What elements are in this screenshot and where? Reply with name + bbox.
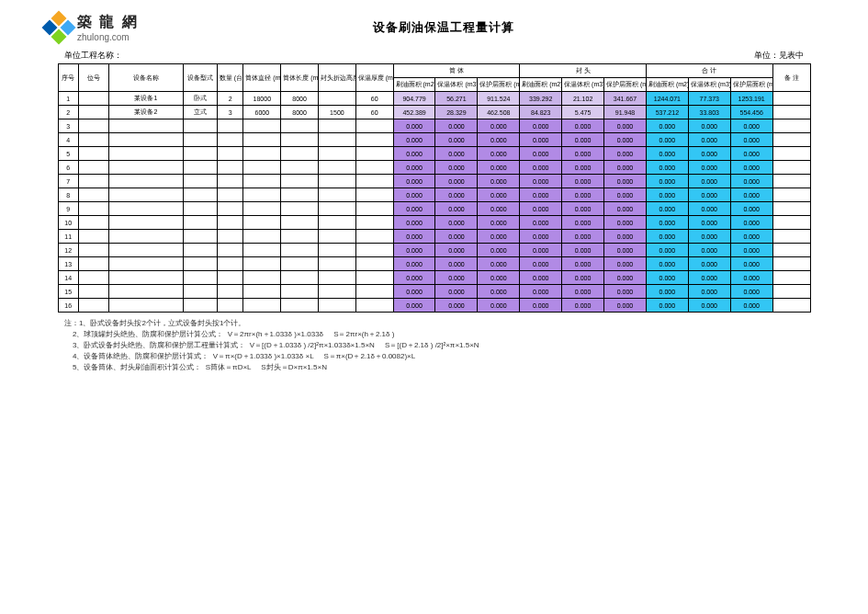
cell: 0.000 — [435, 271, 478, 285]
cell: 0.000 — [435, 147, 478, 161]
cell — [217, 147, 243, 161]
cell: 0.000 — [478, 119, 520, 133]
cell: 0.000 — [435, 257, 478, 271]
cell — [78, 299, 108, 313]
cell: 1253.191 — [730, 92, 772, 106]
cell — [355, 202, 393, 216]
cell: 0.000 — [688, 216, 730, 230]
cell: 0.000 — [688, 285, 730, 299]
cell: 0.000 — [520, 202, 562, 216]
cell: 0.000 — [604, 271, 647, 285]
cell — [319, 133, 356, 147]
cell: 0.000 — [646, 161, 688, 175]
cell — [78, 161, 108, 175]
cell: 0.000 — [604, 230, 647, 244]
cell: 0.000 — [393, 299, 435, 313]
col-type: 设备型式 — [184, 64, 218, 92]
col-flange: 封头折边高度 (mm) — [319, 64, 356, 92]
cell: 0.000 — [478, 175, 520, 188]
cell: 0.000 — [478, 188, 520, 202]
cell — [78, 106, 108, 119]
table-row: 30.0000.0000.0000.0000.0000.0000.0000.00… — [58, 119, 810, 133]
cell — [355, 271, 393, 285]
calc-table: 序号 位号 设备名称 设备型式 数量 (台) 筒体直径 (mm) 筒体长度 (m… — [58, 63, 811, 313]
cell: 0.000 — [520, 119, 562, 133]
cell — [217, 202, 243, 216]
cell: 0.000 — [604, 119, 647, 133]
cell — [78, 230, 108, 244]
col-b1: 刷油面积 (m2) — [393, 78, 435, 92]
cell: 537.212 — [646, 106, 688, 119]
cell — [355, 133, 393, 147]
table-row: 60.0000.0000.0000.0000.0000.0000.0000.00… — [58, 161, 810, 175]
cell — [772, 244, 810, 257]
cell — [281, 188, 319, 202]
cell: 0.000 — [604, 147, 647, 161]
cell — [243, 299, 281, 313]
cell: 0.000 — [688, 175, 730, 188]
col-len: 筒体长度 (mm) — [281, 64, 319, 92]
cell: 60 — [355, 92, 393, 106]
cell — [243, 230, 281, 244]
cell: 7 — [58, 175, 78, 188]
cell: 0.000 — [604, 161, 647, 175]
cell — [772, 133, 810, 147]
logo-cn: 築 龍 網 — [77, 13, 139, 32]
cell — [772, 230, 810, 244]
cell: 0.000 — [646, 216, 688, 230]
cell: 0.000 — [478, 161, 520, 175]
cell: 0.000 — [435, 299, 478, 313]
cell — [319, 271, 356, 285]
cell — [772, 299, 810, 313]
cell: 0.000 — [393, 271, 435, 285]
cell: 0.000 — [688, 202, 730, 216]
cell: 1244.071 — [646, 92, 688, 106]
cell: 0.000 — [520, 188, 562, 202]
cell: 3 — [58, 119, 78, 133]
cell — [243, 188, 281, 202]
cell: 0.000 — [730, 188, 772, 202]
col-dia: 筒体直径 (mm) — [243, 64, 281, 92]
cell — [319, 285, 356, 299]
cell — [217, 188, 243, 202]
cell — [217, 285, 243, 299]
cell: 0.000 — [478, 271, 520, 285]
cell: 911.524 — [478, 92, 520, 106]
cell — [78, 202, 108, 216]
cell: 0.000 — [730, 119, 772, 133]
cell — [355, 244, 393, 257]
cell — [108, 271, 184, 285]
cell: 0.000 — [393, 119, 435, 133]
cell — [281, 285, 319, 299]
note-line: 3、卧式设备封头绝热、防腐和保护层工程量计算式： V＝[(D＋1.033δ ) … — [64, 340, 859, 351]
cell: 21.102 — [562, 92, 604, 106]
cell — [243, 147, 281, 161]
table-row: 120.0000.0000.0000.0000.0000.0000.0000.0… — [58, 244, 810, 257]
cell: 0.000 — [604, 216, 647, 230]
cell — [319, 257, 356, 271]
cell: 16 — [58, 299, 78, 313]
cell: 5.475 — [562, 106, 604, 119]
cell: 14 — [58, 271, 78, 285]
cell: 0.000 — [730, 230, 772, 244]
col-h2: 保温体积 (m3) — [562, 78, 604, 92]
cell: 56.271 — [435, 92, 478, 106]
cell — [217, 161, 243, 175]
cell: 0.000 — [604, 133, 647, 147]
cell: 0.000 — [646, 299, 688, 313]
cell: 0.000 — [478, 202, 520, 216]
col-no: 序号 — [58, 64, 78, 92]
table-head: 序号 位号 设备名称 设备型式 数量 (台) 筒体直径 (mm) 筒体长度 (m… — [58, 64, 810, 92]
cell — [217, 175, 243, 188]
table-row: 1某设备1卧式218000800060904.77956.271911.5243… — [58, 92, 810, 106]
cell: 60 — [355, 106, 393, 119]
cell — [355, 119, 393, 133]
cell: 0.000 — [688, 133, 730, 147]
cell: 0.000 — [435, 216, 478, 230]
cell — [108, 133, 184, 147]
col-group-head: 封 头 — [520, 64, 647, 78]
cell — [281, 202, 319, 216]
cell — [78, 216, 108, 230]
cell: 0.000 — [520, 230, 562, 244]
table-row: 140.0000.0000.0000.0000.0000.0000.0000.0… — [58, 271, 810, 285]
